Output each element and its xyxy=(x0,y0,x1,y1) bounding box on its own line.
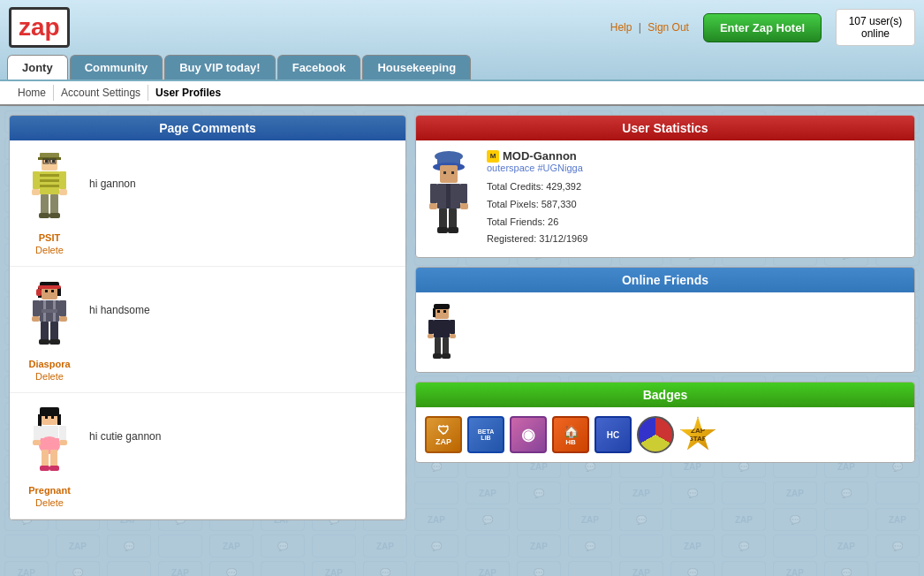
svg-rect-27 xyxy=(36,289,42,296)
friend-figure xyxy=(426,303,459,363)
page-comments-header: Page Comments xyxy=(10,116,405,140)
badge-hb: 🏠HB xyxy=(552,416,589,453)
table-row: Pregnant Delete hi cutie gannon xyxy=(10,393,405,519)
page-comments-panel: Page Comments xyxy=(9,115,406,520)
avatar xyxy=(23,277,76,357)
subnav-account-settings[interactable]: Account Settings xyxy=(54,85,148,101)
commenter-link-2[interactable]: Diaspora xyxy=(28,359,70,369)
svg-rect-33 xyxy=(59,300,66,316)
tab-jonty[interactable]: Jonty xyxy=(7,55,68,80)
stats-pixels: Total Pixels: 587,330 xyxy=(487,196,905,214)
badge-beta: BETALIB xyxy=(467,416,504,453)
svg-rect-65 xyxy=(430,184,437,203)
svg-rect-71 xyxy=(437,227,448,233)
mod-icon: M xyxy=(487,150,499,163)
svg-rect-76 xyxy=(437,310,440,313)
svg-rect-43 xyxy=(57,414,61,425)
subnav-home[interactable]: Home xyxy=(11,85,54,101)
svg-rect-67 xyxy=(429,203,437,209)
svg-rect-17 xyxy=(50,194,58,214)
svg-rect-9 xyxy=(40,174,59,177)
avatar xyxy=(23,404,76,483)
svg-rect-26 xyxy=(38,285,61,289)
badge-disc: ◉ xyxy=(510,416,547,453)
main-content: Page Comments xyxy=(0,106,924,529)
svg-rect-84 xyxy=(443,337,449,355)
stats-motto: outerspace #UGNigga xyxy=(487,163,905,173)
svg-rect-48 xyxy=(40,438,59,449)
avatar-col: PSIT Delete xyxy=(19,151,80,255)
svg-rect-55 xyxy=(40,466,49,471)
badge-hc: HC xyxy=(595,416,632,453)
svg-rect-68 xyxy=(460,203,468,209)
delete-link-2[interactable]: Delete xyxy=(35,371,64,382)
svg-rect-37 xyxy=(50,322,58,341)
badges-header: Badges xyxy=(416,383,914,407)
svg-rect-32 xyxy=(33,300,40,316)
svg-rect-10 xyxy=(40,179,59,182)
badge-zap: 🛡ZAP xyxy=(425,416,462,453)
mod-gannon-avatar xyxy=(425,149,473,238)
stats-body: M MOD-Gannon outerspace #UGNigga Total C… xyxy=(416,140,914,257)
badge-zapstar: ZAPSTAR xyxy=(679,416,716,453)
svg-rect-53 xyxy=(42,450,49,467)
comment-text-1: hi gannon xyxy=(89,151,397,190)
tab-housekeeping[interactable]: Housekeeping xyxy=(362,55,471,80)
svg-rect-62 xyxy=(451,171,454,174)
subnav-user-profiles[interactable]: User Profiles xyxy=(148,85,228,101)
comment-text-2: hi handsome xyxy=(89,277,397,316)
svg-rect-85 xyxy=(433,353,442,359)
stats-registered: Registered: 31/12/1969 xyxy=(487,231,905,248)
help-link[interactable]: Help xyxy=(610,21,632,34)
svg-rect-50 xyxy=(59,426,66,440)
logo: zap xyxy=(9,7,70,48)
comment-text-3: hi cutie gannon xyxy=(89,404,397,443)
stats-friends: Total Friends: 26 xyxy=(487,214,905,231)
svg-rect-19 xyxy=(49,213,60,218)
table-row: Diaspora Delete hi handsome xyxy=(10,267,405,393)
svg-rect-66 xyxy=(460,184,467,203)
svg-rect-41 xyxy=(40,407,59,416)
svg-rect-64 xyxy=(446,184,451,208)
comments-list: PSIT Delete hi gannon xyxy=(10,140,405,519)
svg-rect-81 xyxy=(428,334,434,338)
svg-rect-14 xyxy=(32,189,40,195)
stats-info: M MOD-Gannon outerspace #UGNigga Total C… xyxy=(487,149,905,248)
commenter-link-1[interactable]: PSIT xyxy=(39,232,60,243)
tab-community[interactable]: Community xyxy=(70,55,163,80)
svg-rect-51 xyxy=(33,440,41,445)
user-stats-panel: User Statistics xyxy=(415,115,915,258)
svg-rect-86 xyxy=(442,353,451,359)
svg-rect-44 xyxy=(45,416,48,419)
badge-multi xyxy=(637,416,674,453)
friends-body xyxy=(416,292,914,372)
svg-rect-75 xyxy=(433,308,435,317)
svg-rect-42 xyxy=(38,414,42,427)
svg-rect-2 xyxy=(38,157,61,160)
signout-link[interactable]: Sign Out xyxy=(648,21,689,34)
delete-link-3[interactable]: Delete xyxy=(35,497,64,508)
badges-panel: Badges 🛡ZAP BETALIB ◉ 🏠HB xyxy=(415,382,915,463)
commenter-link-3[interactable]: Pregnant xyxy=(28,485,71,496)
svg-rect-45 xyxy=(51,416,54,419)
tab-facebook[interactable]: Facebook xyxy=(277,55,361,80)
friend-avatar-1 xyxy=(425,301,460,363)
svg-rect-18 xyxy=(39,213,49,218)
tab-buy-vip[interactable]: Buy VIP today! xyxy=(164,55,276,80)
svg-rect-12 xyxy=(33,171,40,189)
avatar xyxy=(23,151,76,231)
svg-rect-77 xyxy=(443,310,446,313)
svg-rect-79 xyxy=(428,320,434,334)
stats-credits: Total Credits: 429,392 xyxy=(487,178,905,196)
svg-rect-70 xyxy=(449,208,457,230)
enter-hotel-button[interactable]: Enter Zap Hotel xyxy=(703,13,822,42)
delete-link-1[interactable]: Delete xyxy=(35,245,64,255)
online-friends-panel: Online Friends xyxy=(415,267,915,373)
svg-rect-15 xyxy=(59,189,67,195)
avatar-figure-2 xyxy=(26,279,74,357)
sub-nav: Home Account Settings User Profiles xyxy=(0,81,924,106)
svg-rect-35 xyxy=(59,316,67,322)
svg-rect-49 xyxy=(34,426,41,440)
stats-username: M MOD-Gannon xyxy=(487,149,905,163)
avatar-figure-1 xyxy=(26,153,74,231)
